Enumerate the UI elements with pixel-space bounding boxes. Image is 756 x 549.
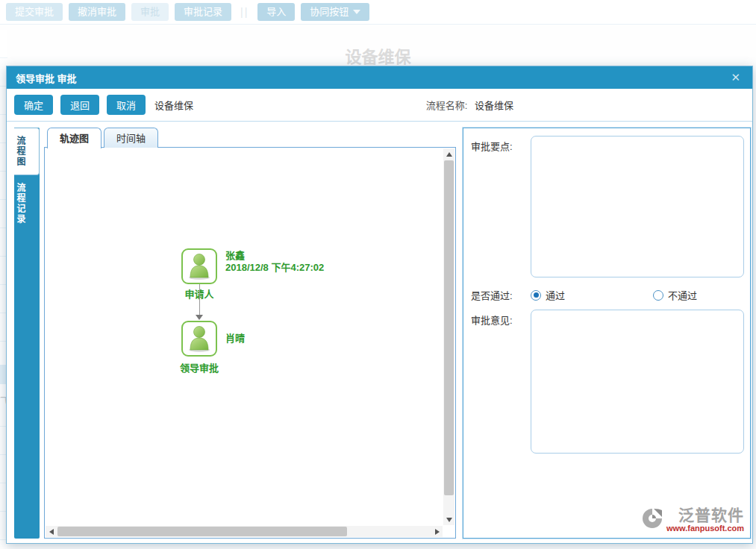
horizontal-scrollbar[interactable] [46, 526, 443, 537]
vertical-scrollbar-thumb[interactable] [444, 160, 454, 495]
horizontal-scrollbar-thumb[interactable] [57, 527, 347, 536]
side-tab-flow-records[interactable]: 流程记录 [14, 175, 40, 232]
flow-panel: 轨迹图 时间轴 [44, 128, 456, 539]
dialog-body: 流程图 流程记录 轨迹图 时间轴 [7, 122, 752, 543]
radio-fail-label: 不通过 [668, 288, 697, 302]
confirm-button[interactable]: 确定 [14, 95, 53, 115]
approval-form-panel: 审批要点: 是否通过: 通过 不通过 审批意见: [463, 128, 751, 539]
flow-name-label: 流程名称: [426, 100, 468, 111]
return-button[interactable]: 退回 [60, 95, 99, 115]
node-approver-role: 领导审批 [168, 360, 231, 374]
node-applicant-time: 2018/12/8 下午4:27:02 [225, 262, 324, 274]
flow-node-applicant[interactable] [181, 248, 217, 284]
watermark-url: www.fanpusoft.com [666, 524, 744, 533]
points-textarea[interactable] [531, 136, 744, 277]
points-label: 审批要点: [471, 136, 531, 277]
opinion-label: 审批意见: [471, 310, 531, 454]
tab-track-diagram[interactable]: 轨迹图 [47, 128, 101, 148]
flow-name-value: 设备维保 [475, 100, 513, 111]
opinion-textarea[interactable] [531, 310, 744, 454]
flow-tab-bar: 轨迹图 时间轴 [44, 128, 456, 148]
flow-name: 流程名称: 设备维保 [426, 98, 513, 112]
scroll-left-icon[interactable] [46, 526, 57, 537]
opinion-row: 审批意见: [471, 310, 744, 454]
radio-pass[interactable]: 通过 [531, 288, 565, 302]
pass-label: 是否通过: [471, 288, 531, 302]
cancel-button[interactable]: 取消 [107, 95, 146, 115]
dialog-subject: 设备维保 [154, 98, 193, 112]
radio-pass-icon[interactable] [531, 290, 541, 301]
side-tab-strip: 流程图 流程记录 [14, 128, 40, 539]
vertical-scrollbar[interactable] [443, 148, 454, 525]
flow-arrowhead-icon [196, 315, 203, 320]
node-approver-name: 肖晴 [225, 333, 245, 345]
dialog-titlebar[interactable]: 领导审批 审批 ✕ [7, 66, 752, 89]
screen: 提交审批 撤消审批 审批 审批记录 || 导入 协同按钮 设备维保 飞 领导审批… [0, 0, 756, 549]
scroll-up-icon[interactable] [443, 148, 454, 160]
node-applicant-name: 张鑫 [225, 250, 324, 262]
watermark: 泛普软件 www.fanpusoft.com [641, 507, 744, 533]
radio-fail-icon[interactable] [653, 290, 663, 301]
side-tab-flow-diagram[interactable]: 流程图 [14, 128, 40, 175]
dialog-toolbar: 确定 退回 取消 设备维保 流程名称: 设备维保 [7, 89, 752, 122]
close-icon[interactable]: ✕ [728, 71, 743, 84]
scroll-down-icon[interactable] [443, 514, 454, 525]
node-applicant-label: 张鑫 2018/12/8 下午4:27:02 [225, 250, 324, 274]
tab-timeline[interactable]: 时间轴 [104, 128, 158, 148]
fanpu-logo-icon [641, 507, 663, 530]
pass-row: 是否通过: 通过 不通过 [471, 288, 744, 302]
flow-canvas: 张鑫 2018/12/8 下午4:27:02 申请人 [44, 147, 456, 539]
radio-fail[interactable]: 不通过 [653, 288, 697, 302]
watermark-brand: 泛普软件 [678, 507, 744, 524]
flow-node-approver[interactable] [181, 321, 217, 357]
person-icon [184, 324, 214, 354]
approval-dialog: 领导审批 审批 ✕ 确定 退回 取消 设备维保 流程名称: 设备维保 流程图 流… [6, 66, 753, 544]
radio-pass-label: 通过 [546, 288, 565, 302]
dialog-title: 领导审批 审批 [16, 71, 728, 85]
flow-connector-line [199, 284, 200, 316]
person-icon [184, 251, 214, 281]
scroll-right-icon[interactable] [431, 526, 443, 537]
points-row: 审批要点: [471, 136, 744, 277]
